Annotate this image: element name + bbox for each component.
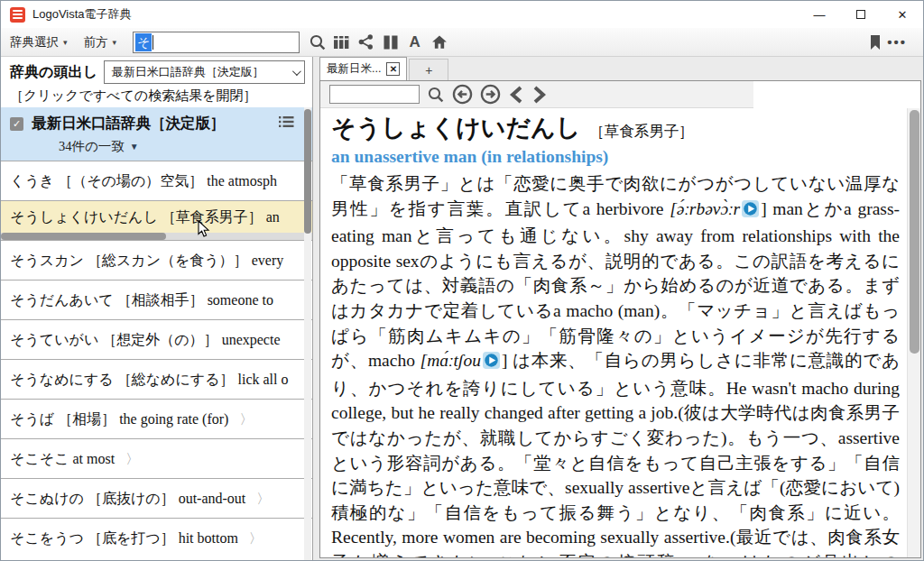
chevron-right-icon: 〉 [125,452,139,466]
list-item-label: そこをうつ ［底を打つ］ hit bottom [10,530,238,546]
tab-label: 最新日米... [327,61,381,77]
audio-play-button[interactable] [742,199,759,225]
list-item[interactable]: そうていがい ［想定外（の）］ unexpecte [1,319,312,359]
books-icon [333,34,351,51]
pronunciation-text: [mɑ́ːtʃou [420,351,481,370]
result-list-menu-button[interactable] [279,115,294,132]
headword-kanji: ［草食系男子］ [589,122,694,142]
chevron-right-icon: 〉 [256,492,270,506]
two-pane-view-button[interactable] [379,31,402,53]
match-count-label: 34件の一致 [59,138,125,155]
toggle-all-results-link[interactable]: ［クリックですべての検索結果を開閉］ [1,87,312,107]
scrollbar-thumb[interactable] [1,233,166,240]
entry-content: そうしょくけいだんし ［草食系男子］ an unassertive man (i… [320,108,907,557]
bookmark-button[interactable] [864,31,886,53]
minimize-button[interactable]: — [799,1,840,28]
list-item-label: そうしょくけいだんし ［草食系男子］ an [10,209,280,225]
entry-body: 「草食系男子」とは「恋愛に奥手で肉欲にがつがつしていない温厚な男性」を指す言葉。… [331,171,900,557]
new-tab-button[interactable]: + [409,59,448,80]
mouse-cursor [198,220,210,242]
audio-play-button[interactable] [483,351,500,376]
headword-kana: そうしょくけいだんし [331,112,580,144]
home-button[interactable] [428,31,450,53]
play-icon [483,352,500,369]
search-input[interactable]: そ [133,32,300,53]
list-item[interactable]: そうスカン ［総スカン（を食う）］ every [1,240,312,280]
entry-scrollbar[interactable] [907,108,920,557]
window-title: LogoVista電子辞典 [32,6,132,23]
library-button[interactable] [330,31,353,53]
dictionary-select-dropdown[interactable]: 辞典選択 ▾ [10,34,68,51]
window-controls: — ✕ [799,1,923,28]
headword-dictionary-dropdown[interactable]: 最新日米口語辞典［決定版］ [104,60,305,84]
share-button[interactable] [355,31,377,53]
chevron-down-icon: ▾ [113,38,117,47]
result-list-scrollbar[interactable] [304,107,311,560]
next-entry-button[interactable] [531,86,548,104]
result-list-horizontal-scrollbar[interactable] [1,233,312,240]
body-text: ] manとかa grass-eating manと言っても通じない。shy a… [331,199,900,371]
dictionary-group-row[interactable]: ✓ 最新日米口語辞典［決定版］ 34件の一致 ▼ [1,107,312,161]
headword-heading: 辞典の頭出し [10,63,97,82]
list-item[interactable]: そうだんあいて ［相談相手］ someone to [1,280,312,319]
list-item-label: そうだんあいて ［相談相手］ someone to [10,292,273,308]
entry-headline: そうしょくけいだんし ［草食系男子］ [331,112,900,144]
search-button[interactable] [306,31,328,53]
circled-left-arrow-icon [452,84,473,105]
entry-gloss: an unassertive man (in relationships) [331,147,900,167]
scrollbar-thumb[interactable] [910,110,919,354]
list-item[interactable]: そこをうつ ［底を打つ］ hit bottom〉 [1,518,312,557]
app-window: LogoVista電子辞典 — ✕ 辞典選択 ▾ 前方 ▾ そ [0,0,924,561]
tab-close-button[interactable]: ✕ [386,62,400,76]
tab-dictionary[interactable]: 最新日米... ✕ [319,57,407,80]
list-item-label: そうば ［相場］ the going rate (for) [10,411,228,427]
app-logo-icon [10,7,25,23]
dictionary-checkbox[interactable]: ✓ [10,117,23,131]
maximize-button[interactable] [840,1,882,28]
list-item[interactable]: そうしょくけいだんし ［草食系男子］ an [1,200,312,233]
font-icon: A [409,33,420,51]
entry-toolbar [320,81,753,108]
entry-search-button[interactable] [427,86,445,104]
play-icon [742,200,759,217]
list-item-label: そうスカン ［総スカン（を食う）］ every [10,253,283,268]
headword-header: 辞典の頭出し 最新日米口語辞典［決定版］ [1,57,312,87]
search-input-value: そ [135,33,152,51]
circled-right-arrow-icon [480,84,501,105]
list-item[interactable]: くうき ［（その場の）空気］ the atmosph [1,161,312,200]
bookmark-icon [868,34,882,51]
chevron-right-icon [531,86,548,104]
list-item[interactable]: そこぬけの ［底抜けの］ out-and-out〉 [1,478,312,518]
share-icon [357,33,374,51]
scrollbar-thumb[interactable] [304,109,311,234]
chevron-down-icon: ▾ [63,38,68,47]
close-button[interactable]: ✕ [882,1,923,28]
search-icon [427,86,445,104]
home-icon [430,33,448,51]
more-options-button[interactable]: ••• [887,34,907,50]
previous-entry-button[interactable] [508,86,524,104]
dictionary-select-label: 辞典選択 [10,34,59,51]
list-item-label: そこそこ at most [10,451,115,466]
pronunciation-text: [ə́ːrbəvɔ̀ːr [670,199,740,218]
list-item[interactable]: そうば ［相場］ the going rate (for)〉 [1,399,312,438]
dictionary-group-title: 最新日米口語辞典［決定版］ [32,114,226,133]
titlebar: LogoVista電子辞典 — ✕ [1,1,923,28]
maximize-icon [856,10,865,19]
match-count-toggle[interactable]: 34件の一致 ▼ [1,138,312,155]
history-back-button[interactable] [452,84,473,105]
entry-region: 最新日米... ✕ + [313,57,923,560]
entry-panel: そうしょくけいだんし ［草食系男子］ an unassertive man (i… [319,80,921,558]
search-mode-dropdown[interactable]: 前方 ▾ [84,34,117,51]
headword-dictionary-value: 最新日米口語辞典［決定版］ [112,64,264,80]
list-item[interactable]: そこそこ at most〉 [1,438,312,478]
columns-icon [383,34,399,51]
results-panel: 辞典の頭出し 最新日米口語辞典［決定版］ ［クリックですべての検索結果を開閉］ … [1,57,313,560]
entry-search-input[interactable] [329,85,420,104]
list-item-label: くうき ［（その場の）空気］ the atmosph [10,173,277,189]
font-size-button[interactable]: A [403,31,426,53]
history-forward-button[interactable] [480,84,501,105]
list-item[interactable]: そうなめにする ［総なめにする］ lick all o [1,359,312,399]
result-list: くうき ［（その場の）空気］ the atmosphそうしょくけいだんし ［草食… [1,161,312,560]
list-item-label: そうなめにする ［総なめにする］ lick all o [10,372,288,387]
